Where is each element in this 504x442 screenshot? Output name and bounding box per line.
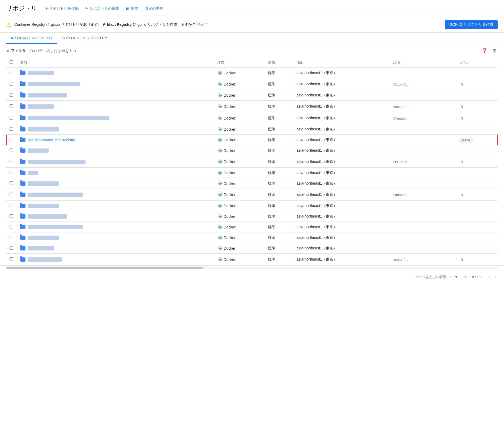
banner-link[interactable]: 詳細 <box>197 22 204 27</box>
blurred-name: ████████████████████ <box>20 82 211 86</box>
docker-icon: 🐳 <box>217 127 223 132</box>
blurred-name: ██████████ <box>20 71 211 75</box>
scrollbar-thumb[interactable] <box>6 267 203 269</box>
blurred-name: ████████████ <box>20 204 211 208</box>
label-cell: ∨ <box>456 156 498 168</box>
expand-label-button[interactable]: ∨ <box>459 192 465 198</box>
row-checkbox[interactable] <box>10 82 13 86</box>
tab-artifact-registry[interactable]: ARTIFACT REGISTRY <box>6 33 57 44</box>
label-cell: mana <box>456 135 498 145</box>
row-checkbox[interactable] <box>10 214 13 218</box>
select-all-checkbox[interactable] <box>10 60 13 64</box>
expand-label-button[interactable]: ∨ <box>459 81 465 87</box>
create-repository-button[interactable]: + リポジトリを作成 <box>43 5 81 12</box>
per-page-value: 50 <box>450 275 453 279</box>
location-cell: asia-northeast1（東京） <box>293 112 390 124</box>
row-checkbox[interactable] <box>10 104 13 108</box>
row-checkbox[interactable] <box>10 236 13 239</box>
repositories-table: 名前 ↑ 形式 種類 場所 説明 ラベル ██████████🐳Docker標準… <box>6 57 498 265</box>
blurred-name: ██████████████████████ <box>20 160 211 164</box>
expand-label-button[interactable]: ∨ <box>459 115 465 121</box>
blurred-text: ██████████ <box>28 104 54 109</box>
row-checkbox[interactable] <box>10 116 13 120</box>
col-location: 場所 <box>293 57 390 68</box>
format-cell: 🐳Docker <box>214 254 265 265</box>
desc-text: QVS tuto... <box>393 160 410 164</box>
location-cell: asia-northeast1（東京） <box>293 90 390 101</box>
view-toggle-button[interactable]: ⊞ <box>492 47 498 55</box>
chevron-down-icon: ▼ <box>455 275 458 279</box>
tab-container-registry[interactable]: CONTAINER REGISTRY <box>57 33 112 44</box>
per-page-select[interactable]: 50 ▼ <box>450 275 458 279</box>
col-desc: 説明 <box>390 57 456 68</box>
folder-icon <box>20 82 25 86</box>
docker-icon: 🐳 <box>217 257 223 262</box>
format-text: Docker <box>224 127 235 131</box>
folder-icon <box>20 246 25 250</box>
folder-icon <box>20 160 25 164</box>
desc-cell: QVS tuto... <box>390 156 456 168</box>
next-page-button[interactable]: › <box>493 273 498 281</box>
row-checkbox[interactable] <box>10 171 13 174</box>
horizontal-scrollbar[interactable] <box>0 265 504 270</box>
docker-icon: 🐳 <box>217 170 223 175</box>
blurred-text: ███████████████████████████████ <box>28 116 109 120</box>
blurred-text: █████████████████████ <box>28 225 83 229</box>
format-text: Docker <box>224 204 235 208</box>
tabs: ARTIFACT REGISTRY CONTAINER REGISTRY <box>0 33 504 44</box>
location-cell: asia-northeast1（東京） <box>293 254 390 265</box>
type-cell: 標準 <box>265 178 293 189</box>
expand-label-button[interactable]: ∨ <box>459 256 465 262</box>
row-checkbox[interactable] <box>10 181 13 185</box>
table-row: █████████████🐳Docker標準asia-northeast1（東京… <box>6 254 498 265</box>
row-checkbox[interactable] <box>10 148 13 152</box>
blurred-name: ████ <box>20 171 211 175</box>
format-cell: 🐳Docker <box>214 112 265 124</box>
blurred-text: █████████████ <box>28 257 62 262</box>
row-checkbox[interactable] <box>10 193 13 196</box>
create-gcrio-button[interactable]: GCR.IO リポジトリを作成 <box>445 20 498 29</box>
edit-repository-button[interactable]: ✏ リポジトリの編集 <box>83 4 121 12</box>
row-checkbox[interactable] <box>10 246 13 250</box>
per-page-label: ページあたりの行数: <box>416 275 448 279</box>
blurred-text: ███████████████ <box>28 93 67 97</box>
folder-icon <box>20 193 25 197</box>
location-cell: asia-northeast1（東京） <box>293 189 390 201</box>
blurred-text: ██████████ <box>28 246 54 250</box>
location-cell: asia-northeast1（東京） <box>293 124 390 135</box>
label-cell <box>456 178 498 189</box>
setup-button[interactable]: 設定の手順 <box>143 5 165 12</box>
prev-page-button[interactable]: ‹ <box>487 273 492 281</box>
row-checkbox[interactable] <box>10 160 13 163</box>
table-body: ██████████🐳Docker標準asia-northeast1（東京）██… <box>6 68 498 265</box>
folder-icon <box>20 104 25 109</box>
folder-icon <box>20 71 25 75</box>
delete-button[interactable]: 🗑 削除 <box>123 5 140 12</box>
row-checkbox[interactable] <box>10 71 13 74</box>
row-checkbox[interactable] <box>10 138 13 141</box>
type-cell: 標準 <box>265 124 293 135</box>
repository-link[interactable]: qvs-gcp-shared-infra-registry <box>20 138 211 142</box>
row-checkbox[interactable] <box>10 127 13 131</box>
help-button[interactable]: ❓ <box>480 47 488 55</box>
repository-name: qvs-gcp-shared-infra-registry <box>28 138 75 142</box>
type-cell: 標準 <box>265 222 293 232</box>
label-cell <box>456 222 498 232</box>
help-icon: ❓ <box>481 48 487 53</box>
label-cell <box>456 124 498 135</box>
expand-label-button[interactable]: ∨ <box>459 159 465 165</box>
col-type: 種類 <box>265 57 293 68</box>
label-cell <box>456 145 498 156</box>
label-cell <box>456 168 498 178</box>
format-text: Docker <box>224 93 235 97</box>
expand-label-button[interactable]: ∨ <box>459 103 465 109</box>
row-checkbox[interactable] <box>10 93 13 97</box>
type-cell: 標準 <box>265 68 293 78</box>
row-checkbox[interactable] <box>10 257 13 261</box>
desc-cell <box>390 178 456 189</box>
row-checkbox[interactable] <box>10 204 13 207</box>
filter-input[interactable] <box>28 49 86 53</box>
docker-icon: 🐳 <box>217 224 223 230</box>
row-checkbox[interactable] <box>10 225 13 228</box>
desc-cell <box>390 135 456 145</box>
